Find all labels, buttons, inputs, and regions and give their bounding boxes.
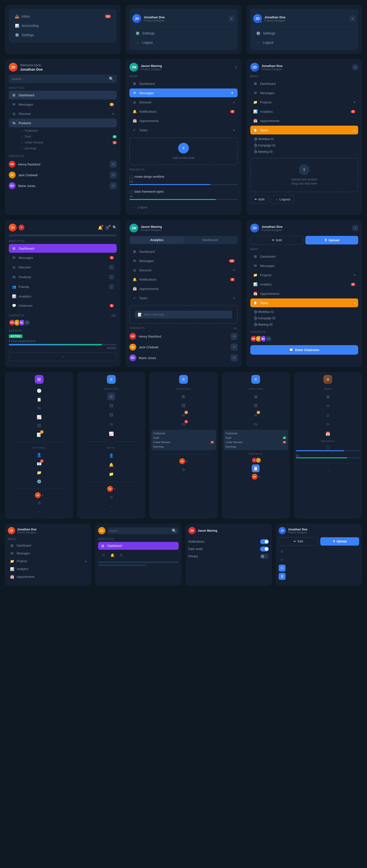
nav-msg-2[interactable]: ✉ Messages 3 bbox=[9, 253, 117, 262]
bell-icon-2[interactable]: 🔔 bbox=[98, 225, 103, 230]
nav-tasks-1[interactable]: ✓ Tasks bbox=[130, 126, 237, 134]
icon-bell[interactable]: 🔔 bbox=[107, 461, 115, 469]
nav-analytics-2[interactable]: 📊 Analytics bbox=[9, 292, 117, 301]
icon-gear[interactable]: ⚙️ bbox=[35, 477, 43, 485]
add-task-box[interactable]: + Add a new task bbox=[130, 137, 237, 165]
nav-analytics-3[interactable]: 📊 Analitics 5 bbox=[250, 280, 358, 289]
nav-dash-b1[interactable]: ⊞ Dashboard bbox=[8, 542, 88, 549]
nav-appt-3[interactable]: 📅 Appointments bbox=[130, 284, 237, 293]
toggle-switch-1[interactable] bbox=[260, 539, 269, 544]
icon-gear-5[interactable]: ⚙ bbox=[324, 421, 332, 428]
icon-grid[interactable]: ⊞ bbox=[107, 393, 115, 400]
user-chevron-1[interactable]: ▾ bbox=[229, 16, 235, 22]
earnings-item[interactable]: Earnings bbox=[16, 146, 117, 151]
nav-projects-2[interactable]: 📁 Projects bbox=[250, 271, 358, 279]
nav-appt-1[interactable]: 📅 Appointments bbox=[130, 116, 237, 125]
icon-active-blue[interactable]: 📋 bbox=[252, 464, 260, 472]
accounting-item[interactable]: 📊 Accounting bbox=[12, 21, 114, 30]
contact-email-3[interactable]: ✉ bbox=[110, 182, 117, 189]
nav-disc-3[interactable]: ◎ Discover bbox=[130, 266, 237, 275]
icon-logout-4[interactable]: → bbox=[179, 475, 188, 483]
search-input-2[interactable] bbox=[109, 529, 170, 532]
icon-grid-4[interactable]: ⊞ bbox=[252, 393, 260, 400]
logout-row-1[interactable]: → Logout bbox=[130, 204, 237, 211]
nav-proj-b1[interactable]: 📁 Projects bbox=[8, 558, 88, 565]
icon-email[interactable]: 📧 18 bbox=[35, 460, 43, 468]
toggle-switch-3[interactable] bbox=[260, 554, 269, 559]
contact-email-2[interactable]: ✉ bbox=[110, 172, 117, 179]
project-checkbox-2[interactable] bbox=[130, 190, 133, 194]
upload-btn-b4[interactable]: ⬆ Upload bbox=[320, 537, 360, 546]
icon-app-4[interactable]: ≡ bbox=[251, 375, 260, 384]
icon-folder[interactable]: 📁 bbox=[35, 469, 43, 476]
cart-icon[interactable]: 🛒 bbox=[105, 225, 110, 230]
small-avatar-row-2[interactable]: JD ▾ bbox=[107, 486, 115, 492]
icon-image[interactable]: 🖼 bbox=[35, 422, 43, 430]
icon-logout-6[interactable]: → bbox=[324, 467, 332, 475]
search-icon-2[interactable]: 🔍 bbox=[113, 225, 117, 230]
nav-messages[interactable]: ✉ Messages 3 bbox=[9, 100, 117, 109]
icon-shop-4[interactable]: 🛍 bbox=[252, 421, 260, 428]
icon-logout-2[interactable]: → bbox=[107, 502, 115, 510]
nav-tasks-4[interactable]: 📋 Tasks bbox=[250, 299, 358, 307]
toggle-switch-2[interactable] bbox=[260, 547, 269, 552]
nav-tasks-3[interactable]: ✓ Tasks bbox=[130, 293, 237, 302]
nav-msg-4[interactable]: ✉ Messages bbox=[250, 261, 358, 270]
search-input[interactable] bbox=[12, 77, 107, 81]
upload-btn[interactable]: ⬆ Upload bbox=[305, 236, 358, 244]
contact-email-4[interactable]: ✉ bbox=[231, 333, 237, 340]
logout-button-1[interactable]: → Logout bbox=[271, 195, 294, 204]
nav-analytics-1[interactable]: 📊 Analytics 5 bbox=[250, 107, 358, 116]
contact-email-1[interactable]: ✉ bbox=[110, 161, 117, 168]
contacts-expand-3[interactable]: ◁▷ bbox=[233, 327, 237, 330]
ur-item-4[interactable]: Under Review 5 bbox=[226, 440, 286, 444]
icon-msg-3[interactable]: ✉ 16 bbox=[179, 411, 188, 419]
small-avatar-row-4[interactable]: JD ▾ bbox=[252, 474, 260, 479]
nav-notif-1[interactable]: 🔔 Notifications 5 bbox=[130, 107, 237, 116]
edit-btn-b4[interactable]: ✏ Edit bbox=[279, 537, 318, 546]
published-item[interactable]: Published bbox=[16, 128, 117, 134]
icon-shop[interactable]: 🛍 bbox=[35, 404, 43, 412]
gear-icon-1[interactable]: ⚙ bbox=[234, 65, 237, 69]
icon-shop-3[interactable]: 🛍 22 bbox=[179, 421, 188, 428]
nav-products-2[interactable]: 🛍 Products + bbox=[9, 272, 117, 282]
settings-item-3[interactable]: ⚙️ Settings bbox=[253, 29, 355, 38]
nav-dash-1[interactable]: ⊞ Dashboard bbox=[130, 79, 237, 88]
icon-msg-4[interactable]: ✉ 16 bbox=[252, 411, 260, 419]
icon-clock[interactable]: 🕐 bbox=[35, 387, 43, 395]
icon-logout-5[interactable]: → bbox=[252, 481, 260, 489]
nav-dash-purple[interactable]: ⊞ Dashboard bbox=[9, 244, 117, 253]
icon-img-2[interactable]: 🖼 bbox=[107, 402, 115, 410]
enter-chatroom-btn[interactable]: 💬 Enter Chatroom bbox=[250, 345, 358, 355]
icon-img-3[interactable]: 🖼 bbox=[107, 411, 115, 419]
icon-shop-2[interactable]: 🛍 bbox=[107, 421, 115, 428]
pub-item-2[interactable]: Published bbox=[226, 431, 286, 436]
icon-app-2[interactable]: ≡ bbox=[107, 375, 116, 384]
nav-messages-1[interactable]: ✉ Messages 9 bbox=[130, 89, 237, 97]
nav-appt-b1[interactable]: 📅 Appointments bbox=[8, 573, 88, 581]
icon-logout[interactable]: → bbox=[35, 508, 43, 516]
icon-folder-2[interactable]: 📁 bbox=[107, 470, 115, 478]
icon-chart[interactable]: 📈 bbox=[35, 413, 43, 421]
nav-chatroom[interactable]: 💬 Chatroom 5 bbox=[9, 301, 117, 310]
icon-grid-5[interactable]: ⊞ bbox=[324, 393, 332, 400]
upload-box-1[interactable]: ⬆ Upload new productDrag and drop here bbox=[250, 158, 358, 192]
right-chevron-1[interactable]: ▾ bbox=[352, 64, 358, 70]
tab-analytics[interactable]: Analytics bbox=[130, 237, 184, 244]
pub-item[interactable]: Published bbox=[153, 431, 214, 436]
contact-email-6[interactable]: ✉ bbox=[231, 354, 237, 361]
nav-discover[interactable]: ◎ Discover bbox=[9, 109, 117, 118]
nav-analytics-b1[interactable]: 📊 Analytics bbox=[8, 565, 88, 573]
nav-discover-1[interactable]: ◎ Discover bbox=[130, 98, 237, 106]
nav-tasks-2[interactable]: 📋 Tasks bbox=[250, 126, 358, 134]
right-chevron-2[interactable]: ▾ bbox=[352, 225, 358, 231]
icon-user-2[interactable]: 👤 bbox=[107, 452, 115, 459]
contact-email-5[interactable]: ✉ bbox=[231, 344, 237, 350]
icon-user[interactable]: 👤 bbox=[35, 451, 43, 459]
icon-disc-5[interactable]: ◎ bbox=[324, 411, 332, 419]
nav-msg-b1[interactable]: ✉ Messages bbox=[8, 550, 88, 557]
nav-dash-b2[interactable]: ⊞ Dashboard bbox=[98, 542, 178, 550]
logout-item-1[interactable]: → Logout bbox=[132, 38, 234, 47]
earn-item-4[interactable]: Earnings bbox=[226, 444, 286, 449]
mini-proj-checkbox-1[interactable] bbox=[326, 446, 330, 449]
